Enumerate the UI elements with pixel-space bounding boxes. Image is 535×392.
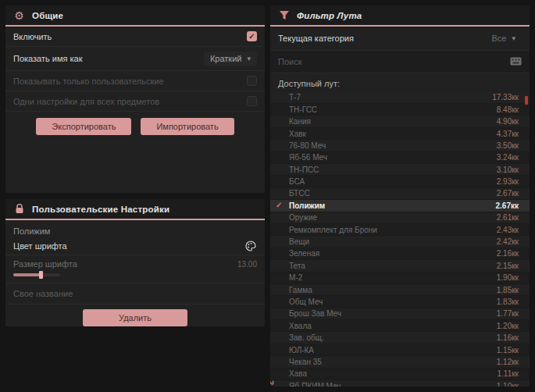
general-panel-title: Общие bbox=[32, 11, 63, 20]
left-column: ⚙ Общие Включить ✓ Показать имя как Крат… bbox=[5, 5, 265, 387]
loot-item-value: 2.42кк bbox=[497, 237, 519, 246]
font-color-row: Цвет шрифта bbox=[5, 237, 265, 255]
loot-item-name: Оружие bbox=[289, 213, 317, 222]
loot-item-row[interactable]: Кания4.90кк bbox=[270, 116, 530, 127]
show-name-value: Краткий bbox=[210, 54, 242, 63]
loot-item-row[interactable]: Хава1.11кк bbox=[270, 369, 530, 380]
enable-checkbox[interactable]: ✓ bbox=[247, 31, 257, 41]
scrollbar-thumb[interactable] bbox=[525, 96, 528, 105]
loot-item-value: 4.90кк bbox=[497, 117, 519, 126]
loot-item-value: 2.67кк bbox=[497, 189, 519, 198]
loot-item-row[interactable]: Хвала1.20кк bbox=[270, 320, 530, 332]
loot-item-name: Хвала bbox=[289, 322, 312, 330]
font-size-slider[interactable] bbox=[13, 273, 60, 276]
loot-item-value: 3.24кк bbox=[497, 153, 519, 162]
font-size-row: Размер шрифта 13.00 bbox=[5, 255, 265, 283]
loot-item-value: 1.85кк bbox=[497, 286, 519, 294]
available-loot-label: Доступный лут: bbox=[270, 73, 530, 92]
loot-item-name: ТН-ПСС bbox=[289, 166, 319, 174]
loot-item-row[interactable]: Ремкомплект для Брони2.43кк bbox=[270, 224, 530, 236]
category-label: Текущая категория bbox=[278, 34, 354, 43]
loot-item-name: Зав. общ. bbox=[289, 333, 324, 342]
loot-item-value: 3.50кк bbox=[497, 141, 519, 150]
enable-label: Включить bbox=[13, 32, 52, 41]
loot-item-row[interactable]: Брош Зав Меч1.77кк bbox=[270, 308, 530, 320]
loot-item-row[interactable]: БТСС2.67кк bbox=[270, 188, 530, 200]
loot-item-row[interactable]: Общ Меч1.83кк bbox=[270, 296, 530, 308]
loot-item-row[interactable]: Чекан 351.12кк bbox=[270, 356, 530, 368]
category-dropdown[interactable]: Все ▾ bbox=[486, 31, 523, 45]
same-settings-checkbox[interactable] bbox=[247, 96, 257, 106]
loot-filter-panel: Фильтр Лута Текущая категория Все ▾ Дост… bbox=[270, 5, 530, 387]
loot-item-value: 2.16кк bbox=[497, 249, 519, 258]
loot-item-name: БСА bbox=[289, 177, 305, 186]
loot-item-value: 2.67кк bbox=[496, 201, 519, 210]
loot-item-row[interactable]: Т-717.33кк bbox=[270, 92, 530, 104]
custom-name-input[interactable] bbox=[13, 289, 257, 298]
show-name-row: Показать имя как Краткий ▾ bbox=[5, 47, 265, 71]
loot-item-row[interactable]: Яб-ПКИМ Меч1.10кк bbox=[270, 380, 530, 387]
loot-item-row[interactable]: Оружие2.61кк bbox=[270, 212, 530, 224]
check-icon: ✓ bbox=[276, 201, 282, 209]
same-settings-row: Одни настройки для всех предметов bbox=[5, 91, 265, 112]
right-column: Фильтр Лута Текущая категория Все ▾ Дост… bbox=[270, 5, 530, 387]
only-custom-label: Показывать только пользовательские bbox=[13, 77, 164, 86]
loot-item-row[interactable]: ЮЛ-КА1.15кк bbox=[270, 344, 530, 356]
same-settings-label: Одни настройки для всех предметов bbox=[13, 97, 159, 106]
category-value: Все bbox=[492, 34, 507, 43]
loot-item-row[interactable]: ✓Полижим2.67кк bbox=[270, 200, 530, 212]
loot-item-row[interactable]: Яб-56 Меч3.24кк bbox=[270, 152, 530, 164]
loot-item-row[interactable]: М-21.90кк bbox=[270, 273, 530, 284]
loot-item-row[interactable]: Хавк4.37кк bbox=[270, 128, 530, 140]
loot-item-row[interactable]: Зав. общ.1.16кк bbox=[270, 332, 530, 344]
loot-item-row[interactable]: Гамма1.85кк bbox=[270, 284, 530, 296]
loot-item-row[interactable]: Тета2.15кк bbox=[270, 260, 530, 272]
show-name-dropdown[interactable]: Краткий ▾ bbox=[204, 52, 257, 66]
loot-item-name: Хава bbox=[289, 369, 307, 378]
custom-name-row bbox=[5, 283, 265, 305]
loot-item-row[interactable]: Зеленая2.16кк bbox=[270, 248, 530, 260]
loot-item-name: Общ Меч bbox=[289, 298, 323, 306]
font-size-value: 13.00 bbox=[237, 260, 257, 269]
loot-filter-title: Фильтр Лута bbox=[297, 11, 362, 20]
lock-icon bbox=[13, 203, 25, 215]
loot-item-value: 1.77кк bbox=[497, 309, 519, 318]
keyboard-icon[interactable] bbox=[509, 56, 522, 67]
loot-item-name: Кания bbox=[289, 117, 311, 126]
loot-item-name: М-2 bbox=[289, 273, 302, 282]
loot-item-name: Ремкомплект для Брони bbox=[289, 226, 377, 234]
loot-item-row[interactable]: ТН-ПСС3.10кк bbox=[270, 164, 530, 176]
enable-row: Включить ✓ bbox=[5, 27, 265, 47]
loot-item-name: Яб-56 Меч bbox=[289, 153, 327, 162]
loot-item-value: 1.15кк bbox=[497, 346, 519, 355]
loot-item-value: 1.10кк bbox=[497, 382, 519, 387]
export-button[interactable]: Экспортировать bbox=[36, 118, 131, 135]
palette-icon[interactable] bbox=[244, 241, 257, 251]
loot-item-row[interactable]: БСА2.93кк bbox=[270, 176, 530, 187]
loot-list: Т-717.33ккТН-ГСС8.48ккКания4.90ккХавк4.3… bbox=[270, 92, 530, 387]
search-input[interactable] bbox=[278, 57, 503, 66]
loot-item-row[interactable]: 76-80 Меч3.50кк bbox=[270, 140, 530, 151]
loot-item-value: 8.48кк bbox=[497, 105, 519, 114]
loot-item-name: Хавк bbox=[289, 130, 306, 138]
loot-item-name: Гамма bbox=[289, 286, 312, 294]
loot-item-value: 1.90кк bbox=[497, 273, 519, 282]
slider-handle[interactable] bbox=[39, 271, 43, 279]
loot-item-value: 1.12кк bbox=[497, 358, 519, 366]
loot-list-wrap: Т-717.33ккТН-ГСС8.48ккКания4.90ккХавк4.3… bbox=[270, 92, 530, 387]
root-layout: ⚙ Общие Включить ✓ Показать имя как Крат… bbox=[0, 0, 535, 392]
loot-item-name: Т-7 bbox=[289, 93, 301, 102]
general-panel-header: ⚙ Общие bbox=[5, 5, 265, 27]
loot-item-value: 2.15кк bbox=[497, 262, 519, 270]
loot-item-row[interactable]: ТН-ГСС8.48кк bbox=[270, 104, 530, 116]
loot-item-value: 2.61кк bbox=[497, 213, 519, 222]
category-row: Текущая категория Все ▾ bbox=[270, 27, 530, 51]
only-custom-checkbox[interactable] bbox=[247, 76, 257, 86]
chevron-down-icon: ▾ bbox=[247, 55, 251, 62]
import-button[interactable]: Импортировать bbox=[141, 118, 234, 135]
loot-item-row[interactable]: Вещи2.42кк bbox=[270, 236, 530, 248]
delete-button[interactable]: Удалить bbox=[83, 309, 187, 326]
loot-item-name: Яб-ПКИМ Меч bbox=[289, 382, 341, 387]
loot-item-value: 1.20кк bbox=[497, 322, 519, 330]
loot-item-name: 76-80 Меч bbox=[289, 141, 326, 150]
